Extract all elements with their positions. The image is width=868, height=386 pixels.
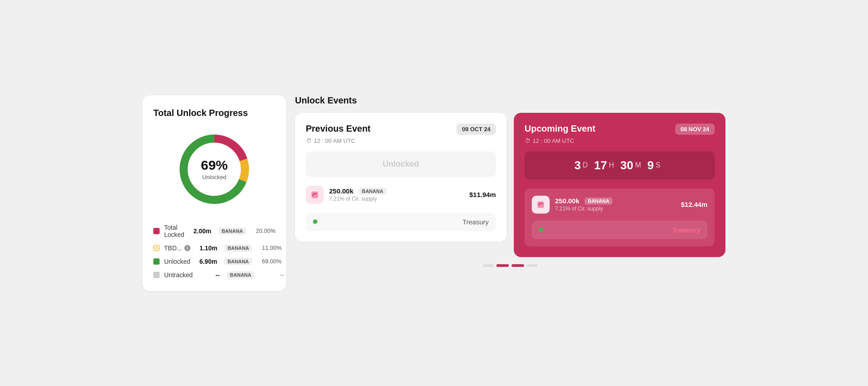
donut-percent: 69% xyxy=(201,158,228,172)
upcoming-token-amount: 250.00k xyxy=(555,197,579,205)
legend-name-unlocked: Unlocked xyxy=(164,258,190,265)
countdown-seconds: 9 xyxy=(647,159,654,172)
countdown-h-unit: H xyxy=(609,161,614,169)
previous-event-title: Previous Event xyxy=(306,124,371,134)
previous-token-supply: 7.21% of Cir. supply xyxy=(329,196,464,202)
countdown-s-unit: S xyxy=(655,161,660,169)
upcoming-token-icon xyxy=(532,196,550,214)
pagination-dot-3[interactable] xyxy=(512,264,524,267)
countdown-hours: 17 xyxy=(594,159,607,172)
left-card-title: Total Unlock Progress xyxy=(153,108,275,118)
countdown-m-unit: M xyxy=(635,161,641,169)
legend-item-untracked: Untracked -- BANANA -- xyxy=(153,271,275,279)
svg-rect-4 xyxy=(312,191,318,198)
upcoming-token-info: 250.00k BANANA 7.21% of Cir. supply xyxy=(555,197,676,212)
previous-token-row: 250.00k BANANA 7.21% of Cir. supply $11.… xyxy=(306,186,496,204)
legend-badge-locked: BANANA xyxy=(218,227,246,235)
previous-token-badge: BANANA xyxy=(359,188,386,195)
previous-token-icon xyxy=(306,186,324,204)
upcoming-event-title: Upcoming Event xyxy=(525,124,595,134)
unlocked-banner: Unlocked xyxy=(306,151,496,177)
previous-event-header: Previous Event 09 OCT 24 xyxy=(306,124,496,135)
previous-event-time: ⏱ 12 : 00 AM UTC xyxy=(306,137,496,144)
legend-name-tbd: TBD... i xyxy=(164,244,191,252)
countdown-minutes: 30 xyxy=(621,159,634,172)
banana-icon-prev xyxy=(310,190,320,200)
donut-wrapper: 69% Unlocked xyxy=(153,129,275,210)
previous-event-card: Previous Event 09 OCT 24 ⏱ 12 : 00 AM UT… xyxy=(295,113,507,242)
info-icon-tbd[interactable]: i xyxy=(184,245,191,251)
svg-rect-5 xyxy=(538,201,544,208)
events-grid: Previous Event 09 OCT 24 ⏱ 12 : 00 AM UT… xyxy=(295,113,725,257)
previous-token-value: $11.94m xyxy=(469,191,496,198)
legend-badge-untracked: BANANA xyxy=(227,271,255,279)
legend-value-unlocked: 6.90m xyxy=(195,258,217,265)
legend-pct-unlocked: 69.00% xyxy=(259,258,282,265)
pagination-dot-4[interactable] xyxy=(527,264,538,267)
upcoming-event-header: Upcoming Event 08 NOV 24 xyxy=(525,124,715,135)
upcoming-event-time: ⏱ 12 : 00 AM UTC xyxy=(525,137,715,144)
legend-item-unlocked: Unlocked 6.90m BANANA 69.00% xyxy=(153,258,275,265)
left-card: Total Unlock Progress 69% Unlocked Total… xyxy=(143,95,286,291)
countdown-banner: 3 D 17 H 30 M 9 S xyxy=(525,151,715,180)
previous-token-amount-row: 250.00k BANANA xyxy=(329,187,464,195)
legend-pct-tbd: 11.00% xyxy=(259,244,282,251)
upcoming-event-card: Upcoming Event 08 NOV 24 ⏱ 12 : 00 AM UT… xyxy=(514,113,725,257)
legend-name-untracked: Untracked xyxy=(164,271,193,279)
legend-item-locked: Total Locked 2.00m BANANA 20.00% xyxy=(153,224,275,238)
pagination-dot-1[interactable] xyxy=(483,264,494,267)
previous-treasury-row: Treasury xyxy=(306,213,496,231)
previous-token-info: 250.00k BANANA 7.21% of Cir. supply xyxy=(329,187,464,202)
legend-color-untracked xyxy=(153,272,160,278)
countdown-days: 3 xyxy=(574,159,581,172)
pagination-dot-2[interactable] xyxy=(496,264,509,267)
upcoming-treasury-row: Treasury xyxy=(532,221,707,239)
clock-icon-upcoming: ⏱ xyxy=(525,137,530,144)
legend-list: Total Locked 2.00m BANANA 20.00% TBD... … xyxy=(153,224,275,279)
legend-pct-locked: 20.00% xyxy=(253,227,276,234)
upcoming-token-value: $12.44m xyxy=(681,201,707,208)
treasury-dot-upcoming xyxy=(539,227,543,232)
legend-name-locked: Total Locked xyxy=(164,224,184,238)
treasury-dot-prev xyxy=(313,219,317,224)
legend-badge-tbd: BANANA xyxy=(225,244,252,252)
upcoming-token-supply: 7.21% of Cir. supply xyxy=(555,206,676,212)
legend-value-untracked: -- xyxy=(197,271,220,279)
pagination xyxy=(295,264,725,267)
previous-treasury-label: Treasury xyxy=(322,218,489,226)
upcoming-treasury-label: Treasury xyxy=(548,226,700,234)
events-title: Unlock Events xyxy=(295,95,725,106)
legend-color-tbd xyxy=(153,245,160,251)
upcoming-token-amount-row: 250.00k BANANA xyxy=(555,197,676,205)
clock-icon-prev: ⏱ xyxy=(306,137,312,144)
legend-value-locked: 2.00m xyxy=(189,227,211,235)
legend-badge-unlocked: BANANA xyxy=(224,258,252,265)
legend-pct-untracked: -- xyxy=(261,271,284,278)
countdown-d-unit: D xyxy=(583,161,588,169)
legend-color-locked xyxy=(153,228,160,234)
donut-chart: 69% Unlocked xyxy=(174,129,255,210)
donut-center: 69% Unlocked xyxy=(201,158,228,180)
legend-value-tbd: 1.10m xyxy=(195,244,217,252)
events-section: Unlock Events Previous Event 09 OCT 24 ⏱… xyxy=(295,95,725,267)
banana-icon-upcoming xyxy=(536,200,546,210)
main-container: Total Unlock Progress 69% Unlocked Total… xyxy=(143,95,725,291)
donut-label: Unlocked xyxy=(201,173,228,180)
upcoming-token-row: 250.00k BANANA 7.21% of Cir. supply $12.… xyxy=(532,196,707,214)
previous-token-amount: 250.00k xyxy=(329,187,353,195)
upcoming-event-date: 08 NOV 24 xyxy=(675,124,715,135)
legend-item-tbd: TBD... i 1.10m BANANA 11.00% xyxy=(153,244,275,252)
previous-event-date: 09 OCT 24 xyxy=(456,124,496,135)
legend-color-unlocked xyxy=(153,258,160,265)
upcoming-token-badge: BANANA xyxy=(585,197,612,205)
